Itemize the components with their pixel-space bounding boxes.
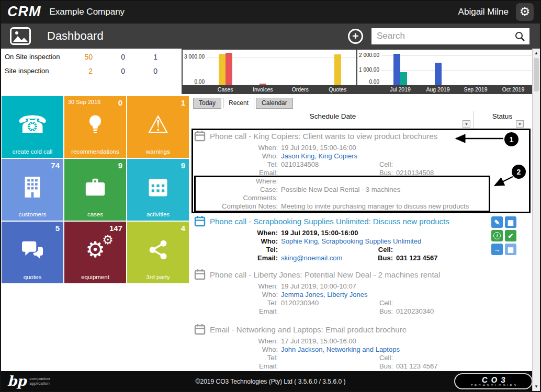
add-button[interactable]: +	[348, 29, 363, 44]
calendar-icon	[194, 324, 206, 335]
field-label: When:	[193, 337, 281, 345]
activity-item-scrapbooking[interactable]: Phone call - Scrapbooking Supplies Unlim…	[192, 214, 531, 264]
activity-tabs: Today Recent Calendar	[193, 98, 293, 109]
status-filter-dropdown[interactable]: ▼	[516, 120, 524, 128]
bar	[226, 53, 232, 85]
tile-label: cases	[64, 211, 126, 217]
page-title: Dashboard	[47, 29, 104, 43]
field-value	[281, 362, 372, 371]
activity-list: Phone call - King Copiers: Client wants …	[192, 129, 531, 373]
chart-plot: 3 000.000.00	[183, 50, 356, 85]
tile-equipment[interactable]: 147 ⚙ ⚙ equipment	[64, 222, 126, 283]
category-label: Sep 2019	[457, 85, 494, 94]
annotation-marker-2: 2	[512, 165, 526, 179]
edit-activity-button[interactable]: ✎	[491, 216, 503, 228]
field-value: 0120230340	[281, 299, 372, 307]
contact-link[interactable]: Jemma Jones, Liberty Jones	[281, 291, 367, 299]
field-value	[281, 246, 372, 254]
tile-label: warnings	[127, 148, 189, 155]
calendar-icon	[194, 215, 206, 227]
field-label: Who:	[193, 345, 281, 354]
field-label: Bus:	[372, 307, 396, 316]
tab-calendar[interactable]: Calendar	[256, 98, 293, 109]
stats-value[interactable]: 0	[125, 67, 157, 75]
search-input[interactable]	[371, 28, 529, 44]
field-label: Email:	[193, 307, 281, 316]
reschedule-button[interactable]: ▦	[505, 216, 516, 228]
bar-group	[419, 63, 457, 85]
contact-link[interactable]: Sophie King, Scrapbooking Supplies Unlim…	[281, 237, 421, 246]
forward-button[interactable]: →	[491, 244, 503, 255]
y-tick-label: 0.00	[369, 79, 379, 85]
bar-group	[381, 54, 419, 85]
scrollbar-thumb[interactable]	[534, 58, 539, 91]
company-link-button[interactable]: ▦	[505, 244, 516, 255]
activity-title: Phone call - King Copiers: Client wants …	[210, 132, 437, 141]
tab-recent[interactable]: Recent	[223, 98, 254, 109]
building-icon	[23, 176, 42, 199]
column-header-schedule-date[interactable]: Schedule Date	[192, 112, 474, 120]
schedule-filter-dropdown[interactable]: ▼	[463, 120, 470, 128]
settings-button[interactable]: ⚙	[516, 3, 534, 21]
stats-value[interactable]: 50	[60, 53, 93, 61]
stats-value[interactable]: 0	[93, 67, 125, 75]
field-label: Bus:	[372, 362, 396, 371]
tile-create-cold-call[interactable]: ☎ create cold call	[2, 96, 63, 158]
field-label: Bus:	[372, 254, 396, 262]
gears-icon: ⚙ ⚙	[85, 239, 105, 261]
tile-quotes[interactable]: 5 quotes	[2, 222, 63, 283]
tab-today[interactable]: Today	[193, 98, 221, 109]
info-button[interactable]: i	[491, 230, 503, 241]
field-label: Tel:	[193, 354, 281, 362]
category-label: Orders	[281, 85, 319, 94]
search-box	[371, 28, 529, 44]
complete-button[interactable]: ✔	[505, 230, 516, 241]
field-value	[281, 307, 372, 316]
activity-action-buttons: ✎ ▦ i ✔ → ▦	[491, 216, 516, 255]
field-value: 031 123 4567	[396, 254, 438, 262]
field-label: Where:	[193, 177, 281, 186]
tile-customers[interactable]: 74 customers	[2, 159, 63, 221]
tile-label: create cold call	[2, 148, 63, 155]
dashboard-picture-icon[interactable]	[9, 27, 31, 45]
tile-warnings[interactable]: 1 ⚠ warnings	[127, 96, 189, 158]
footer: bp companion application ©2019 CO3 Techn…	[0, 371, 541, 392]
field-label: Cell:	[372, 354, 396, 362]
column-header-status[interactable]: Status	[474, 112, 531, 120]
tile-date: 30 Sep 2016	[68, 99, 100, 105]
stats-value[interactable]: 0	[93, 53, 125, 61]
scroll-up-button[interactable]: ▲	[533, 49, 540, 57]
field-value: 19 Jul 2019, 15:00-16:00	[281, 229, 358, 237]
scroll-down-button[interactable]: ▼	[533, 383, 540, 390]
title-bar: Dashboard +	[0, 24, 541, 49]
scroll-down-icon: ▼	[534, 385, 538, 389]
tile-3rd-party[interactable]: 4 3rd party	[127, 222, 189, 283]
tile-activities[interactable]: 9 activities	[127, 159, 189, 221]
field-label: Completion Notes:	[193, 202, 281, 211]
crm-dashboard-window: CRM Example Company Abigail Milne ⚙ Dash…	[0, 0, 541, 392]
activity-item-liberty-jones[interactable]: Phone call - Liberty Jones: Potential Ne…	[192, 268, 531, 318]
plus-icon: +	[352, 30, 358, 41]
tile-cases[interactable]: 9 cases	[64, 159, 126, 221]
scrollbar[interactable]: ▲ ▼	[532, 49, 540, 391]
activity-title: Phone call - Scrapbooking Supplies Unlim…	[210, 217, 449, 226]
bp-logo-sub1: companion	[29, 376, 50, 381]
stats-value[interactable]: 1	[125, 53, 157, 61]
activity-item-networking-laptops[interactable]: Email - Networking and Laptops: Email pr…	[192, 322, 531, 373]
info-icon: i	[493, 232, 501, 239]
chart-category-axis: CasesInvoicesOrdersQuotes	[183, 85, 356, 94]
field-label: Bus:	[372, 169, 396, 177]
field-label: Tel:	[193, 246, 281, 254]
field-label: Who:	[193, 152, 281, 160]
field-value: Meeting to invite purchasing manager to …	[281, 202, 469, 211]
bar-group	[207, 53, 244, 85]
search-icon[interactable]	[514, 31, 526, 44]
activity-item-king-copiers[interactable]: Phone call - King Copiers: Client wants …	[192, 129, 531, 213]
bar	[435, 63, 442, 85]
tile-recommendations[interactable]: 30 Sep 2016 0 recommendations	[64, 96, 126, 158]
chevron-down-icon: ▼	[465, 122, 468, 126]
contact-link[interactable]: John Jackson, Networking and Laptops	[281, 345, 400, 354]
stats-value[interactable]: 2	[60, 67, 93, 75]
email-link[interactable]: sking@noemail.com	[281, 254, 372, 262]
contact-link[interactable]: Jason King, King Copiers	[281, 152, 357, 160]
